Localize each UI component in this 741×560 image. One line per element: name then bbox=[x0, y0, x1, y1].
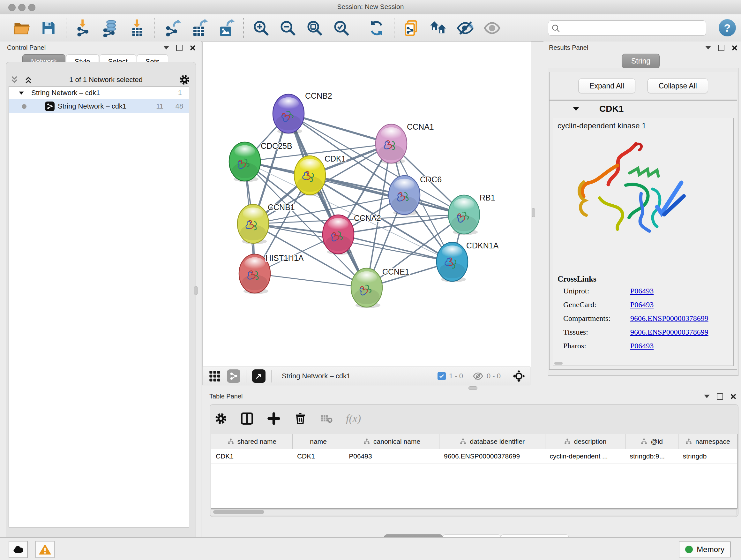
results-panel: Results Panel String Expand All Collapse… bbox=[543, 42, 741, 390]
cloud-status-button[interactable] bbox=[9, 541, 28, 558]
save-session-button[interactable] bbox=[40, 19, 57, 37]
table-options-gear-icon[interactable] bbox=[214, 412, 227, 425]
network-node-CDC25B[interactable] bbox=[229, 142, 260, 182]
zoom-in-button[interactable] bbox=[252, 19, 270, 37]
network-node-CCNA1[interactable] bbox=[376, 124, 407, 164]
entry-collapse-icon[interactable] bbox=[573, 107, 579, 111]
network-node-CCNE1[interactable] bbox=[351, 268, 382, 308]
zoom-out-button[interactable] bbox=[279, 19, 297, 37]
table-cell: 9606.ENSP00000378699 bbox=[440, 449, 545, 463]
network-graph[interactable]: CCNB2CCNA1CDC25BCDK1CDC6RB1CCNB1CCNA2CDK… bbox=[203, 42, 531, 367]
import-network-icon bbox=[75, 19, 92, 37]
network-collection-row[interactable]: String Network – cdk1 1 bbox=[9, 86, 189, 99]
column-header-canonical-name[interactable]: canonical name bbox=[344, 434, 440, 449]
toolbar-search-input[interactable] bbox=[548, 20, 706, 36]
network-node-RB1[interactable] bbox=[448, 195, 480, 235]
expand-all-chevron-icon[interactable] bbox=[10, 75, 19, 84]
shared-column-icon bbox=[564, 438, 571, 445]
refresh-button[interactable] bbox=[367, 19, 386, 37]
string-results-body: Expand All Collapse All CDK1 cyclin-depe… bbox=[548, 68, 738, 376]
detach-view-button[interactable] bbox=[252, 369, 266, 383]
network-node-CCNB2[interactable] bbox=[273, 94, 304, 134]
network-node-CDC6[interactable] bbox=[389, 176, 420, 215]
expand-all-button[interactable]: Expand All bbox=[578, 78, 635, 93]
grid-mode-button[interactable] bbox=[208, 370, 221, 382]
network-node-CDKN1A[interactable] bbox=[436, 242, 468, 282]
import-database-button[interactable] bbox=[102, 19, 119, 37]
crosslink-row: Pharos:P06493 bbox=[563, 341, 730, 350]
crosslink-value-link[interactable]: P06493 bbox=[630, 341, 654, 350]
close-table-icon[interactable] bbox=[730, 394, 736, 399]
close-results-icon[interactable] bbox=[731, 45, 737, 51]
left-splitter-handle[interactable] bbox=[194, 286, 198, 295]
network-node-CDK1[interactable] bbox=[294, 156, 326, 196]
collapse-all-chevron-icon[interactable] bbox=[23, 75, 33, 84]
crosslink-value-link[interactable]: P06493 bbox=[630, 287, 654, 295]
search-icon bbox=[551, 24, 560, 33]
table-cell: CDK1 bbox=[211, 449, 293, 463]
home-button[interactable] bbox=[429, 19, 448, 37]
network-canvas[interactable]: CCNB2CCNA1CDC25BCDK1CDC6RB1CCNB1CCNA2CDK… bbox=[202, 42, 531, 367]
column-header-name[interactable]: name bbox=[293, 434, 344, 449]
warnings-button[interactable] bbox=[36, 541, 55, 558]
refresh-icon bbox=[368, 20, 385, 37]
crosslink-label: GeneCard: bbox=[563, 300, 630, 309]
export-network-button[interactable] bbox=[163, 19, 181, 37]
show-hide-graphics-button[interactable] bbox=[456, 19, 474, 37]
eye-slash-icon bbox=[456, 19, 474, 37]
network-tree: String Network – cdk1 1 String Network –… bbox=[9, 86, 189, 527]
network-node-CCNA2[interactable] bbox=[323, 215, 354, 255]
right-splitter-handle[interactable] bbox=[532, 208, 535, 217]
crosslink-value-link[interactable]: P06493 bbox=[630, 300, 654, 309]
window-title: Session: New Session bbox=[0, 3, 741, 10]
memory-status-dot bbox=[685, 546, 693, 553]
column-header-description[interactable]: description bbox=[545, 434, 625, 449]
zoom-selected-button[interactable] bbox=[333, 19, 350, 37]
column-header-shared-name[interactable]: shared name bbox=[211, 434, 293, 449]
maximize-results-icon[interactable] bbox=[718, 45, 724, 51]
node-label-CDK1: CDK1 bbox=[325, 154, 346, 163]
hidden-eye-slash-icon bbox=[473, 371, 483, 381]
zoom-fit-button[interactable] bbox=[306, 19, 324, 37]
network-node-CCNB1[interactable] bbox=[238, 204, 269, 244]
entry-scrollbar[interactable] bbox=[554, 362, 562, 365]
table-horizontal-scrollbar[interactable] bbox=[211, 509, 737, 515]
show-columns-icon[interactable] bbox=[240, 412, 254, 426]
crosslink-value-link[interactable]: 9606.ENSP00000378699 bbox=[630, 328, 709, 336]
memory-button[interactable]: Memory bbox=[679, 542, 731, 557]
collapse-all-button[interactable]: Collapse All bbox=[648, 78, 708, 93]
open-session-button[interactable] bbox=[13, 19, 30, 37]
eye-disabled-button bbox=[483, 19, 501, 37]
column-header-database-identifier[interactable]: database identifier bbox=[440, 434, 545, 449]
network-name: String Network – cdk1 bbox=[58, 102, 126, 111]
network-row[interactable]: String Network – cdk1 11 48 bbox=[9, 99, 189, 113]
crosslinks-section: CrossLinks Uniprot:P06493GeneCard:P06493… bbox=[557, 274, 730, 355]
delete-column-trash-icon[interactable] bbox=[293, 412, 307, 425]
crosslink-value-link[interactable]: 9606.ENSP00000378699 bbox=[630, 314, 709, 323]
birdseye-navigator-icon[interactable] bbox=[512, 369, 526, 383]
export-table-button[interactable] bbox=[190, 19, 208, 37]
float-results-icon[interactable] bbox=[705, 46, 711, 50]
node-table[interactable]: shared namenamecanonical namedatabase id… bbox=[211, 434, 738, 509]
import-network-button[interactable] bbox=[75, 19, 92, 37]
column-header-namespace[interactable]: namespace bbox=[678, 434, 737, 449]
table-row[interactable]: CDK1CDK1P064939606.ENSP00000378699cyclin… bbox=[211, 449, 737, 463]
maximize-panel-icon[interactable] bbox=[176, 45, 183, 51]
close-panel-icon[interactable] bbox=[190, 45, 195, 51]
create-column-plus-icon[interactable] bbox=[267, 412, 281, 426]
selected-count-checkbox-icon[interactable] bbox=[437, 372, 446, 380]
network-options-gear-icon[interactable] bbox=[179, 74, 190, 85]
duplicate-network-button[interactable] bbox=[403, 19, 421, 37]
selected-count-badge: 1 - 0 bbox=[449, 372, 463, 380]
help-button[interactable]: ? bbox=[719, 19, 736, 37]
column-header--id[interactable]: @id bbox=[625, 434, 678, 449]
float-table-icon[interactable] bbox=[704, 395, 710, 398]
string-results-tab[interactable]: String bbox=[622, 54, 660, 68]
maximize-table-icon[interactable] bbox=[717, 393, 723, 400]
shared-column-icon bbox=[460, 438, 467, 445]
import-table-button[interactable] bbox=[128, 19, 146, 37]
export-image-button[interactable] bbox=[217, 19, 235, 37]
float-panel-icon[interactable] bbox=[163, 46, 169, 50]
collection-expander-icon[interactable] bbox=[19, 91, 23, 94]
network-view-share-button[interactable] bbox=[227, 369, 240, 383]
